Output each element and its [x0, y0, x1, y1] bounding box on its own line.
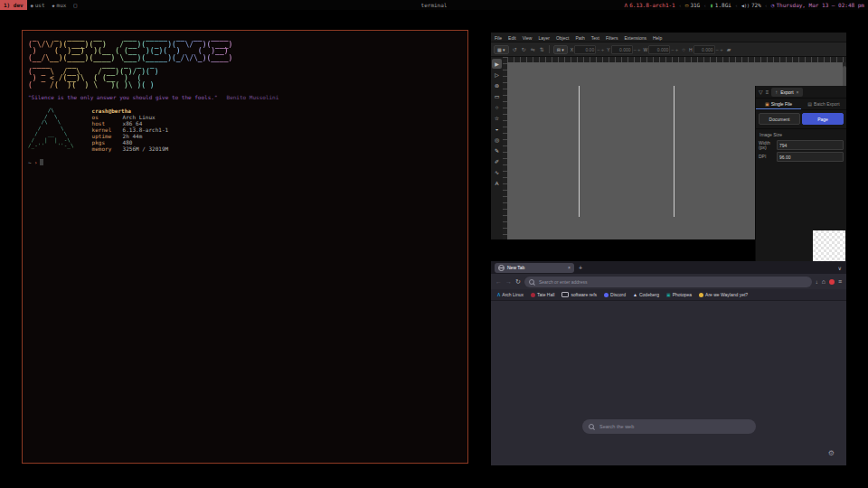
align-dropdown[interactable]: ⊟ ▾	[553, 45, 568, 54]
bookmark-tate-hall[interactable]: Tate Hall	[531, 292, 554, 297]
text-tool[interactable]: A	[492, 178, 502, 188]
active-tab[interactable]: New Tab ×	[495, 263, 574, 273]
downloads-icon[interactable]: ↓	[816, 279, 818, 285]
w-increment[interactable]: +	[675, 47, 679, 52]
web-search-input[interactable]	[598, 423, 750, 430]
x-increment[interactable]: +	[601, 47, 605, 52]
inkscape-main: ▶ ▷ ⊚ ▭ ○ ☆ ◒ ◎ ✎ ✐ ∿ A ▽	[491, 57, 846, 239]
menu-filters[interactable]: Filters	[606, 35, 618, 41]
document-button[interactable]: Document	[759, 113, 800, 125]
bookmark-folder-software-refs[interactable]: software refs	[561, 292, 597, 297]
dock-funnel-icon[interactable]: ▽	[759, 89, 763, 95]
fetch-key: memory	[92, 145, 123, 152]
fetch-key: uptime	[92, 133, 123, 139]
y-value[interactable]: 0.000	[611, 45, 633, 54]
bookmark-photopea[interactable]: ▣ Photopea	[666, 292, 692, 297]
bookmark-are-we-wayland-yet[interactable]: Are we Wayland yet?	[699, 292, 748, 297]
menu-edit[interactable]: Edit	[508, 35, 516, 41]
spiral-tool[interactable]: ◎	[492, 135, 502, 145]
terminal-window[interactable]: _ _ ____ __ ___ _____ __ __ ____ ( \/\/ …	[22, 30, 468, 464]
bookmark-discord[interactable]: Discord	[604, 292, 626, 297]
y-increment[interactable]: +	[637, 47, 641, 52]
browser-window[interactable]: New Tab × + ∨ ← → ↻ ↓ ⌂ ≡ Λ Arch Linux T…	[491, 261, 846, 465]
node-tool[interactable]: ▷	[492, 70, 502, 80]
flip-vertical-icon[interactable]: ⇅	[539, 46, 545, 52]
width-input[interactable]	[777, 140, 844, 150]
export-dock-tab[interactable]: ↑ Export ×	[771, 88, 802, 97]
workspace-tag-mux[interactable]: ◆ mux	[49, 0, 71, 10]
workspace-tag-ust[interactable]: ◉ ust	[27, 0, 49, 10]
list-all-tabs-icon[interactable]: ∨	[838, 265, 842, 271]
workspace-tag-dev[interactable]: 1) dev	[0, 0, 27, 10]
page-button[interactable]: Page	[802, 113, 844, 125]
box3d-tool[interactable]: ◒	[492, 124, 502, 134]
star-tool[interactable]: ☆	[492, 113, 502, 123]
reload-icon[interactable]: ↻	[515, 278, 521, 286]
toolbar-separator	[549, 45, 550, 53]
menu-layer[interactable]: Layer	[538, 35, 550, 41]
shell-prompt[interactable]: ~ ›	[28, 159, 462, 165]
menu-view[interactable]: View	[523, 35, 533, 41]
h-increment[interactable]: +	[720, 47, 723, 52]
shape-builder-tool[interactable]: ⊚	[492, 80, 502, 90]
pencil-tool[interactable]: ✐	[492, 156, 502, 166]
tab-batch-export[interactable]: ▤ Batch Export	[801, 99, 846, 109]
menu-extensions[interactable]: Extensions	[625, 35, 646, 41]
new-tab-button[interactable]: +	[579, 265, 582, 271]
close-icon[interactable]: ×	[797, 89, 799, 95]
dock-layers-icon[interactable]: ≡	[766, 89, 769, 95]
web-search-bar[interactable]	[582, 419, 756, 434]
rectangle-tool[interactable]: ▭	[492, 91, 502, 101]
menu-object[interactable]: Object	[556, 35, 569, 41]
menu-file[interactable]: File	[495, 35, 502, 41]
separator: ‹	[679, 3, 682, 8]
width-label: Width (px)	[759, 141, 775, 150]
red-extension-icon[interactable]	[829, 279, 835, 285]
globe-icon	[498, 265, 505, 271]
bookmark-codeberg[interactable]: ▲ Codeberg	[633, 292, 659, 297]
inkscape-window[interactable]: File Edit View Layer Object Path Text Fi…	[491, 33, 846, 239]
export-scope-buttons: Document Page	[756, 110, 846, 127]
fetch-key: pkgs	[92, 139, 123, 145]
h-label: H	[689, 47, 693, 52]
home-icon[interactable]: ⌂	[822, 278, 826, 285]
h-decrement[interactable]: −	[716, 47, 720, 52]
tab-single-file[interactable]: ▣ Single File	[756, 99, 801, 109]
tab-bar: New Tab × + ∨	[491, 261, 846, 274]
personalize-gear-icon[interactable]: ⚙	[828, 449, 835, 457]
rotate-cw-icon[interactable]: ↻	[521, 46, 527, 52]
scale-stroke-icon[interactable]: ▰	[726, 46, 732, 52]
back-icon[interactable]: ←	[495, 278, 502, 285]
new-tab-page: ⚙	[491, 301, 846, 466]
dpi-input[interactable]	[777, 152, 844, 162]
separator: ‹	[735, 3, 738, 8]
h-value[interactable]: 0.000	[693, 45, 715, 54]
menu-path[interactable]: Path	[575, 35, 584, 41]
kernel-module: Λ 6.13.8-arch1-1	[625, 2, 675, 8]
lock-ratio-icon[interactable]: ○	[681, 47, 686, 52]
x-decrement[interactable]: −	[597, 47, 600, 52]
menu-help[interactable]: Help	[653, 35, 662, 41]
rotate-ccw-icon[interactable]: ↺	[512, 46, 518, 52]
selector-tool[interactable]: ▶	[492, 59, 502, 69]
url-bar[interactable]	[524, 277, 812, 287]
menu-icon[interactable]: ≡	[838, 278, 842, 285]
forward-icon[interactable]: →	[505, 278, 512, 285]
pen-tool[interactable]: ✎	[492, 145, 502, 155]
w-decrement[interactable]: −	[671, 47, 675, 52]
menu-text[interactable]: Text	[591, 35, 599, 41]
w-value[interactable]: 0.000	[648, 45, 670, 54]
y-decrement[interactable]: −	[634, 47, 637, 52]
select-options-dropdown[interactable]: ▦ ▾	[494, 45, 509, 54]
ellipse-tool[interactable]: ○	[492, 102, 502, 112]
tab-close-icon[interactable]: ×	[568, 265, 571, 270]
flip-horizontal-icon[interactable]: ⇋	[530, 46, 536, 52]
calligraphy-tool[interactable]: ∿	[492, 167, 502, 177]
bookmark-arch-linux[interactable]: Λ Arch Linux	[497, 292, 524, 297]
layout-symbol[interactable]: □	[70, 2, 80, 8]
x-value[interactable]: 0.00	[574, 45, 596, 54]
url-input[interactable]	[537, 278, 807, 286]
x-label: X	[571, 47, 573, 52]
fetch-key: os	[92, 114, 123, 120]
ust-tag-icon: ◉	[31, 3, 33, 8]
